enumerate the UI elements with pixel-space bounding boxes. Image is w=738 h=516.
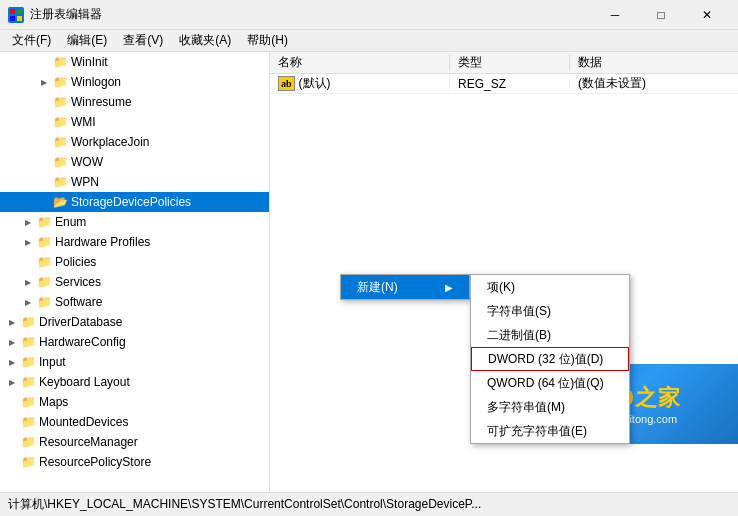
status-bar: 计算机\HKEY_LOCAL_MACHINE\SYSTEM\CurrentCon… xyxy=(0,492,738,516)
close-button[interactable]: ✕ xyxy=(684,0,730,30)
reg-icon: ab xyxy=(278,76,295,91)
arrow-Services xyxy=(20,274,36,290)
tree-item-Enum[interactable]: Enum xyxy=(0,212,269,232)
col-header-name: 名称 xyxy=(270,54,450,71)
folder-Software xyxy=(36,294,52,310)
folder-ResourceManager xyxy=(20,434,36,450)
tree-item-Services[interactable]: Services xyxy=(0,272,269,292)
submenu-item-string[interactable]: 字符串值(S) xyxy=(471,299,629,323)
title-bar: 注册表编辑器 ─ □ ✕ xyxy=(0,0,738,30)
tree-item-ResourceManager[interactable]: ResourceManager xyxy=(0,432,269,452)
label-Maps: Maps xyxy=(39,395,68,409)
tree-item-WMI[interactable]: WMI xyxy=(0,112,269,132)
maximize-button[interactable]: □ xyxy=(638,0,684,30)
tree-item-WOW[interactable]: WOW xyxy=(0,152,269,172)
label-MountedDevices: MountedDevices xyxy=(39,415,128,429)
label-DriverDatabase: DriverDatabase xyxy=(39,315,122,329)
tree-item-HardwareProfiles[interactable]: Hardware Profiles xyxy=(0,232,269,252)
menu-file[interactable]: 文件(F) xyxy=(4,30,59,51)
label-WinInit: WinInit xyxy=(71,55,108,69)
tree-item-Winlogon[interactable]: Winlogon xyxy=(0,72,269,92)
menu-edit[interactable]: 编辑(E) xyxy=(59,30,115,51)
col-header-type: 类型 xyxy=(450,54,570,71)
label-WorkplaceJoin: WorkplaceJoin xyxy=(71,135,149,149)
label-Enum: Enum xyxy=(55,215,86,229)
folder-Winlogon xyxy=(52,74,68,90)
label-WPN: WPN xyxy=(71,175,99,189)
submenu-item-key[interactable]: 项(K) xyxy=(471,275,629,299)
status-path: 计算机\HKEY_LOCAL_MACHINE\SYSTEM\CurrentCon… xyxy=(8,496,481,513)
label-Policies: Policies xyxy=(55,255,96,269)
menu-help[interactable]: 帮助(H) xyxy=(239,30,296,51)
window-title: 注册表编辑器 xyxy=(30,6,102,23)
label-ResourcePolicyStore: ResourcePolicyStore xyxy=(39,455,151,469)
tree-item-Software[interactable]: Software xyxy=(0,292,269,312)
tree-item-WorkplaceJoin[interactable]: WorkplaceJoin xyxy=(0,132,269,152)
folder-KeyboardLayout xyxy=(20,374,36,390)
submenu-item-dword[interactable]: DWORD (32 位)值(D) xyxy=(471,347,629,371)
menu-favorites[interactable]: 收藏夹(A) xyxy=(171,30,239,51)
table-row[interactable]: ab (默认) REG_SZ (数值未设置) xyxy=(270,74,738,94)
svg-rect-3 xyxy=(17,16,22,21)
folder-Policies xyxy=(36,254,52,270)
tree-item-Maps[interactable]: Maps xyxy=(0,392,269,412)
cell-name-default: ab (默认) xyxy=(270,75,450,92)
tree-item-ResourcePolicyStore[interactable]: ResourcePolicyStore xyxy=(0,452,269,472)
arrow-DriverDatabase xyxy=(4,314,20,330)
folder-Winresume xyxy=(52,94,68,110)
cell-type-default: REG_SZ xyxy=(450,77,570,91)
svg-rect-0 xyxy=(10,9,15,14)
label-HardwareConfig: HardwareConfig xyxy=(39,335,126,349)
main-content: WinInit Winlogon Winresume WMI xyxy=(0,52,738,492)
submenu-item-expandstring[interactable]: 可扩充字符串值(E) xyxy=(471,419,629,443)
arrow-KeyboardLayout xyxy=(4,374,20,390)
tree-scroll[interactable]: WinInit Winlogon Winresume WMI xyxy=(0,52,269,492)
folder-Services xyxy=(36,274,52,290)
label-HardwareProfiles: Hardware Profiles xyxy=(55,235,150,249)
arrow-HardwareConfig xyxy=(4,334,20,350)
folder-DriverDatabase xyxy=(20,314,36,330)
submenu-item-multistring[interactable]: 多字符串值(M) xyxy=(471,395,629,419)
arrow-Input xyxy=(4,354,20,370)
label-Winlogon: Winlogon xyxy=(71,75,121,89)
tree-item-Input[interactable]: Input xyxy=(0,352,269,372)
title-controls: ─ □ ✕ xyxy=(592,0,730,30)
menu-view[interactable]: 查看(V) xyxy=(115,30,171,51)
tree-item-Winresume[interactable]: Winresume xyxy=(0,92,269,112)
arrow-Software xyxy=(20,294,36,310)
svg-rect-2 xyxy=(10,16,15,21)
menu-new-arrow: ▶ xyxy=(445,282,453,293)
tree-item-MountedDevices[interactable]: MountedDevices xyxy=(0,412,269,432)
tree-item-KeyboardLayout[interactable]: Keyboard Layout xyxy=(0,372,269,392)
cell-data-default: (数值未设置) xyxy=(570,75,738,92)
folder-MountedDevices xyxy=(20,414,36,430)
folder-Maps xyxy=(20,394,36,410)
menu-new-item[interactable]: 新建(N) ▶ xyxy=(341,275,469,299)
tree-item-StorageDevicePolicies[interactable]: StorageDevicePolicies xyxy=(0,192,269,212)
submenu[interactable]: 项(K) 字符串值(S) 二进制值(B) DWORD (32 位)值(D) QW… xyxy=(470,274,630,444)
arrow-Enum xyxy=(20,214,36,230)
col-header-data: 数据 xyxy=(570,54,738,71)
tree-item-HardwareConfig[interactable]: HardwareConfig xyxy=(0,332,269,352)
folder-WorkplaceJoin xyxy=(52,134,68,150)
minimize-button[interactable]: ─ xyxy=(592,0,638,30)
tree-item-Policies[interactable]: Policies xyxy=(0,252,269,272)
folder-WinInit xyxy=(52,54,68,70)
tree-item-WinInit[interactable]: WinInit xyxy=(0,52,269,72)
submenu-item-qword[interactable]: QWORD (64 位)值(Q) xyxy=(471,371,629,395)
tree-item-WPN[interactable]: WPN xyxy=(0,172,269,192)
folder-StorageDevicePolicies xyxy=(52,194,68,210)
folder-ResourcePolicyStore xyxy=(20,454,36,470)
svg-rect-1 xyxy=(17,9,22,14)
submenu-item-binary[interactable]: 二进制值(B) xyxy=(471,323,629,347)
label-KeyboardLayout: Keyboard Layout xyxy=(39,375,130,389)
arrow-Winlogon xyxy=(36,74,52,90)
folder-HardwareConfig xyxy=(20,334,36,350)
table-header: 名称 类型 数据 xyxy=(270,52,738,74)
label-Winresume: Winresume xyxy=(71,95,132,109)
title-bar-left: 注册表编辑器 xyxy=(8,6,102,23)
context-menu-new[interactable]: 新建(N) ▶ xyxy=(340,274,470,300)
tree-item-DriverDatabase[interactable]: DriverDatabase xyxy=(0,312,269,332)
menu-bar: 文件(F) 编辑(E) 查看(V) 收藏夹(A) 帮助(H) xyxy=(0,30,738,52)
folder-HardwareProfiles xyxy=(36,234,52,250)
